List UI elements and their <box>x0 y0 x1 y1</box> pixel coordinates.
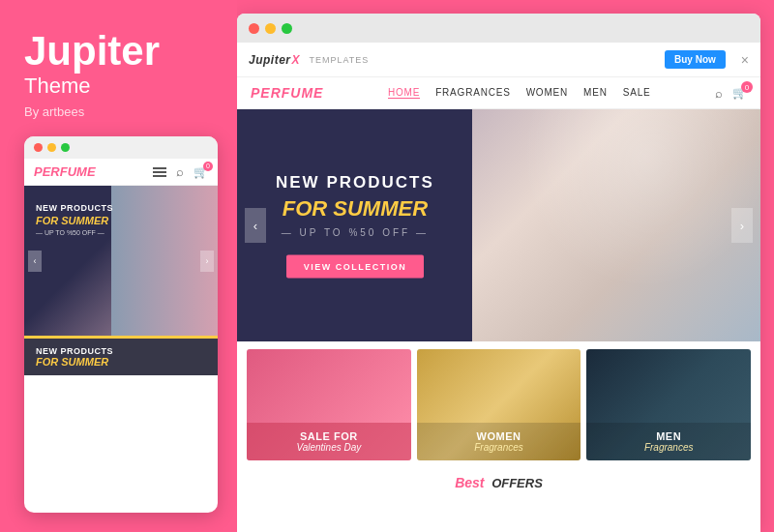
view-collection-button[interactable]: VIEW COLLECTION <box>286 255 425 279</box>
perfume-cart-icon[interactable]: 🛒 0 <box>732 86 747 100</box>
hamburger-icon[interactable] <box>153 167 166 177</box>
hero-photo <box>472 109 760 341</box>
cart-badge: 0 <box>203 162 213 171</box>
men-label-line1: MEN <box>596 430 741 442</box>
perfume-cart-badge: 0 <box>741 81 753 93</box>
hero-line1: NEW PRODUCTS <box>276 173 434 192</box>
women-card[interactable]: WOMEN Fragrances <box>417 349 581 460</box>
perfume-logo: PERFUME <box>251 85 323 101</box>
hero-arrow-right[interactable]: › <box>731 208 753 243</box>
left-panel: Jupiter Theme By artbees PERFUME ⌕ 🛒 0 <box>0 0 237 532</box>
sale-label-line1: SALE FOR <box>256 430 402 442</box>
big-dot-green <box>282 23 292 34</box>
mini-arrow-left[interactable]: ‹ <box>28 251 42 272</box>
close-button[interactable]: × <box>741 52 749 68</box>
men-label-line2: Fragrances <box>596 442 741 453</box>
logo-x-text: X <box>292 53 300 67</box>
mini-logo: PERFUME <box>34 164 96 179</box>
hero-text: NEW PRODUCTS FOR SUMMER — UP TO %50 OFF … <box>276 173 434 279</box>
sale-card-label: SALE FOR Valentines Day <box>247 423 411 460</box>
men-card[interactable]: MEN Fragrances <box>586 349 751 460</box>
hero-divider: — UP TO %50 OFF — <box>276 227 434 238</box>
right-panel: Jupiter X TEMPLATES Buy Now × PERFUME HO… <box>237 14 760 532</box>
best-offers-section: Best OFFERS <box>237 468 760 495</box>
best-offers-title: Best OFFERS <box>455 476 543 490</box>
sale-card[interactable]: SALE FOR Valentines Day <box>247 349 411 460</box>
cart-icon[interactable]: 🛒 0 <box>194 165 208 179</box>
mini-hero-line2: FOR SUMMER <box>36 215 113 226</box>
mini-dot-yellow <box>47 143 56 152</box>
women-card-label: WOMEN Fragrances <box>417 423 581 460</box>
mini-hero-line3: — UP TO %50 OFF — <box>36 229 113 236</box>
big-dot-red <box>249 23 259 34</box>
perfume-nav: PERFUME HOME FRAGRANCES WOMEN MEN SALE ⌕… <box>237 77 760 109</box>
big-browser-bar <box>237 14 760 43</box>
mini-hero-line1: NEW PRODUCTS <box>36 203 113 213</box>
big-dot-yellow <box>265 23 276 34</box>
jupiterx-logo: Jupiter X <box>249 53 300 67</box>
mini-browser-bar <box>24 136 218 159</box>
perfume-nav-icons: ⌕ 🛒 0 <box>715 86 747 101</box>
jupiterx-nav-right: Buy Now × <box>665 50 749 69</box>
nav-link-sale[interactable]: SALE <box>623 87 651 99</box>
mini-caption-line1: NEW PRODUCTS <box>36 346 206 356</box>
mini-browser-preview: PERFUME ⌕ 🛒 0 NEW PRODUCTS FOR SUMMER — … <box>24 136 218 513</box>
perfume-nav-links: HOME FRAGRANCES WOMEN MEN SALE <box>388 87 651 99</box>
perfume-search-icon[interactable]: ⌕ <box>715 86 723 101</box>
hero-arrow-left[interactable]: ‹ <box>245 208 266 243</box>
mini-caption: NEW PRODUCTS FOR SUMMER <box>24 336 218 375</box>
logo-templates-text: TEMPLATES <box>310 55 370 65</box>
theme-title: Jupiter Theme By artbees <box>24 29 218 136</box>
women-label-line2: Fragrances <box>427 442 572 453</box>
buy-now-button[interactable]: Buy Now <box>665 50 726 69</box>
best-offers-italic: Best <box>455 475 484 490</box>
hero-section: NEW PRODUCTS FOR SUMMER — UP TO %50 OFF … <box>237 109 760 341</box>
logo-jupiter-text: Jupiter <box>249 53 291 67</box>
nav-link-men[interactable]: MEN <box>583 87 608 99</box>
mini-hero: NEW PRODUCTS FOR SUMMER — UP TO %50 OFF … <box>24 186 218 336</box>
mini-nav-icons: ⌕ 🛒 0 <box>153 164 208 179</box>
mini-dot-red <box>34 143 43 152</box>
mini-nav: PERFUME ⌕ 🛒 0 <box>24 159 218 186</box>
mini-dot-green <box>61 143 70 152</box>
mini-arrow-right[interactable]: › <box>200 251 214 272</box>
mini-caption-line2: FOR SUMMER <box>36 356 206 368</box>
search-icon[interactable]: ⌕ <box>176 164 184 179</box>
title-text: Jupiter <box>24 29 218 74</box>
mini-hero-text: NEW PRODUCTS FOR SUMMER — UP TO %50 OFF … <box>36 203 113 239</box>
jupiterx-top-nav: Jupiter X TEMPLATES Buy Now × <box>237 43 760 77</box>
nav-link-fragrances[interactable]: FRAGRANCES <box>435 87 510 99</box>
men-card-label: MEN Fragrances <box>586 423 751 460</box>
subtitle-text: Theme <box>24 74 218 99</box>
sale-label-line2: Valentines Day <box>256 442 402 453</box>
product-cards-row: SALE FOR Valentines Day WOMEN Fragrances… <box>237 341 760 468</box>
nav-link-home[interactable]: HOME <box>388 87 420 99</box>
jupiterx-nav-left: Jupiter X TEMPLATES <box>249 53 369 67</box>
best-offers-plain: OFFERS <box>491 476 543 490</box>
women-label-line1: WOMEN <box>427 430 572 442</box>
hero-line2: FOR SUMMER <box>276 196 434 222</box>
author-text: By artbees <box>24 104 218 119</box>
nav-link-women[interactable]: WOMEN <box>526 87 568 99</box>
